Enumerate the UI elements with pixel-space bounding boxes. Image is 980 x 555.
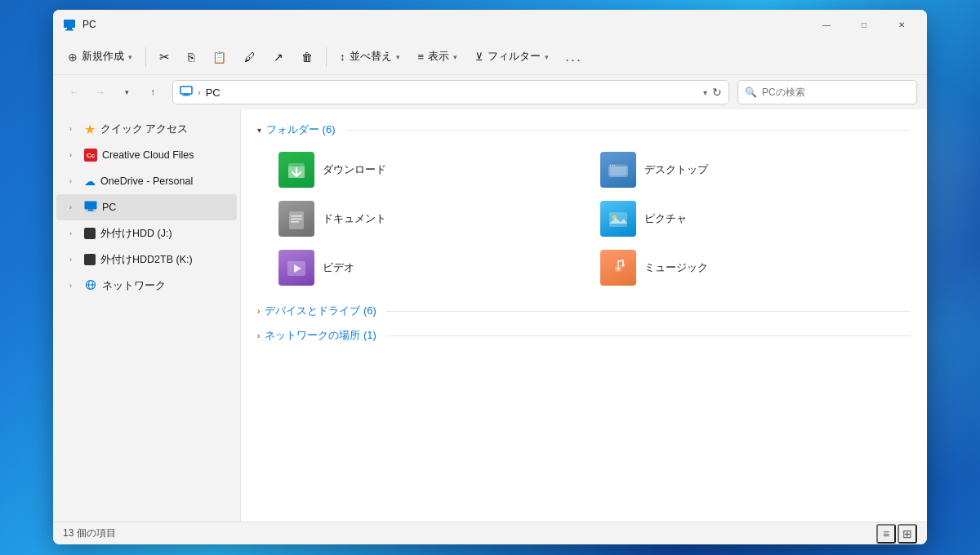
title-bar-icon bbox=[63, 18, 76, 31]
forward-button[interactable]: → bbox=[89, 81, 112, 104]
devices-section-title: デバイスとドライブ (6) bbox=[265, 304, 376, 318]
search-input[interactable] bbox=[762, 87, 910, 98]
view-button[interactable]: ≡ 表示 ▾ bbox=[410, 47, 466, 67]
title-bar: PC — □ ✕ bbox=[53, 10, 927, 39]
cloud-icon: ☁ bbox=[84, 175, 96, 188]
filter-icon: ⊻ bbox=[475, 51, 483, 63]
chevron-icon: › bbox=[69, 151, 79, 159]
svg-rect-25 bbox=[609, 212, 627, 227]
share-icon: ↗ bbox=[274, 51, 283, 64]
folder-item-desktop[interactable]: デスクトップ bbox=[592, 147, 911, 193]
folder-item-videos[interactable]: ビデオ bbox=[270, 245, 589, 291]
back-icon: ← bbox=[69, 87, 79, 98]
search-icon: 🔍 bbox=[745, 87, 757, 98]
toolbar-separator-2 bbox=[326, 47, 327, 67]
sidebar-item-creative-cloud[interactable]: › Cc Creative Cloud Files bbox=[56, 142, 237, 168]
devices-chevron-icon: › bbox=[257, 307, 260, 316]
folder-grid: ダウンロード デスクトップ bbox=[257, 147, 911, 291]
star-icon: ★ bbox=[84, 122, 96, 137]
folders-chevron-icon: ▾ bbox=[257, 126, 261, 135]
svg-point-33 bbox=[622, 264, 624, 266]
back-button[interactable]: ← bbox=[63, 81, 86, 104]
svg-point-20 bbox=[614, 165, 616, 166]
main-area: › ★ クイック アクセス › Cc Creative Cloud Files … bbox=[53, 109, 927, 522]
explorer-window: PC — □ ✕ ⊕ 新規作成 ▾ ✂ ⎘ 📋 🖊 ↗ 🗑 bbox=[53, 10, 927, 544]
grid-view-button[interactable]: ⊞ bbox=[898, 524, 917, 544]
more-button[interactable]: ... bbox=[559, 48, 589, 65]
toolbar: ⊕ 新規作成 ▾ ✂ ⎘ 📋 🖊 ↗ 🗑 ↕ 並べ替え ▾ ≡ bbox=[53, 39, 927, 75]
folder-pictures-icon bbox=[600, 201, 636, 237]
view-icon: ≡ bbox=[418, 51, 425, 63]
paste-button[interactable]: 📋 bbox=[204, 47, 234, 67]
copy-button[interactable]: ⎘ bbox=[180, 47, 203, 67]
sidebar-item-pc[interactable]: › PC bbox=[56, 194, 237, 220]
cut-icon: ✂ bbox=[159, 50, 170, 64]
folder-video-icon bbox=[278, 250, 314, 286]
svg-rect-22 bbox=[291, 215, 302, 217]
svg-rect-1 bbox=[67, 28, 72, 29]
paste-icon: 📋 bbox=[212, 51, 226, 64]
svg-rect-21 bbox=[289, 211, 304, 229]
svg-rect-24 bbox=[291, 221, 299, 223]
minimize-button[interactable]: — bbox=[808, 10, 845, 39]
cc-icon: Cc bbox=[84, 149, 97, 162]
list-view-button[interactable]: ≡ bbox=[876, 524, 896, 544]
sidebar-item-hdd1[interactable]: › 外付けHDD (J:) bbox=[56, 220, 237, 246]
svg-point-18 bbox=[610, 165, 612, 166]
refresh-icon[interactable]: ↻ bbox=[712, 86, 722, 99]
item-count-label: 13 個の項目 bbox=[63, 526, 116, 540]
devices-section-header[interactable]: › デバイスとドライブ (6) bbox=[257, 304, 911, 318]
folders-section-header[interactable]: ▾ フォルダー (6) bbox=[257, 122, 911, 137]
search-box[interactable]: 🔍 bbox=[737, 80, 917, 104]
folder-music-icon bbox=[600, 250, 636, 286]
status-bar: 13 個の項目 ≡ ⊞ bbox=[53, 522, 927, 544]
folder-desktop-icon bbox=[600, 152, 636, 188]
section-divider bbox=[386, 335, 911, 336]
toolbar-separator-1 bbox=[145, 47, 146, 67]
up-icon: ↑ bbox=[150, 87, 155, 98]
network-section-header[interactable]: › ネットワークの場所 (1) bbox=[257, 328, 911, 343]
grid-view-icon: ⊞ bbox=[902, 527, 912, 540]
nav-bar: ← → ▾ ↑ › PC ▾ ↻ 🔍 bbox=[53, 75, 927, 109]
new-button[interactable]: ⊕ 新規作成 ▾ bbox=[60, 47, 140, 67]
filter-chevron-icon: ▾ bbox=[545, 53, 549, 61]
filter-button[interactable]: ⊻ フィルター ▾ bbox=[467, 47, 557, 67]
chevron-icon: › bbox=[69, 282, 79, 290]
svg-rect-0 bbox=[64, 20, 75, 28]
network-section-title: ネットワークの場所 (1) bbox=[265, 328, 376, 343]
svg-rect-3 bbox=[180, 87, 192, 94]
share-button[interactable]: ↗ bbox=[265, 47, 292, 67]
hdd2-icon bbox=[84, 254, 96, 265]
up-button[interactable]: ↑ bbox=[141, 81, 164, 104]
window-controls: — □ ✕ bbox=[808, 10, 920, 39]
delete-icon: 🗑 bbox=[301, 51, 313, 64]
sidebar-item-onedrive[interactable]: › ☁ OneDrive - Personal bbox=[56, 168, 237, 194]
sidebar-item-quick-access[interactable]: › ★ クイック アクセス bbox=[56, 116, 237, 142]
svg-rect-6 bbox=[85, 201, 97, 209]
sort-icon: ↕ bbox=[340, 51, 345, 63]
maximize-button[interactable]: □ bbox=[845, 10, 883, 39]
sort-button[interactable]: ↕ 並べ替え ▾ bbox=[332, 47, 408, 67]
cut-button[interactable]: ✂ bbox=[151, 47, 178, 68]
folder-item-music[interactable]: ミュージック bbox=[592, 245, 911, 291]
history-button[interactable]: ▾ bbox=[115, 81, 138, 104]
close-button[interactable]: ✕ bbox=[883, 10, 920, 39]
network-icon bbox=[84, 279, 97, 293]
address-bar[interactable]: › PC ▾ ↻ bbox=[172, 80, 729, 104]
svg-rect-16 bbox=[610, 166, 626, 175]
chevron-icon: › bbox=[69, 255, 79, 264]
folder-item-download[interactable]: ダウンロード bbox=[270, 147, 589, 193]
folder-item-documents[interactable]: ドキュメント bbox=[270, 196, 589, 242]
history-icon: ▾ bbox=[125, 88, 129, 96]
sidebar-item-hdd2[interactable]: › 外付けHDD2TB (K:) bbox=[56, 246, 237, 273]
network-chevron-icon: › bbox=[257, 331, 260, 340]
folder-docs-icon bbox=[278, 201, 314, 237]
address-text: PC bbox=[206, 87, 698, 99]
delete-button[interactable]: 🗑 bbox=[293, 47, 321, 67]
pc-sidebar-icon bbox=[84, 201, 97, 215]
list-view-icon: ≡ bbox=[883, 527, 889, 540]
sidebar-item-network[interactable]: › ネットワーク bbox=[56, 273, 237, 299]
view-toggle-buttons: ≡ ⊞ bbox=[876, 524, 917, 544]
folder-item-pictures[interactable]: ピクチャ bbox=[592, 196, 911, 242]
rename-button[interactable]: 🖊 bbox=[236, 47, 264, 67]
